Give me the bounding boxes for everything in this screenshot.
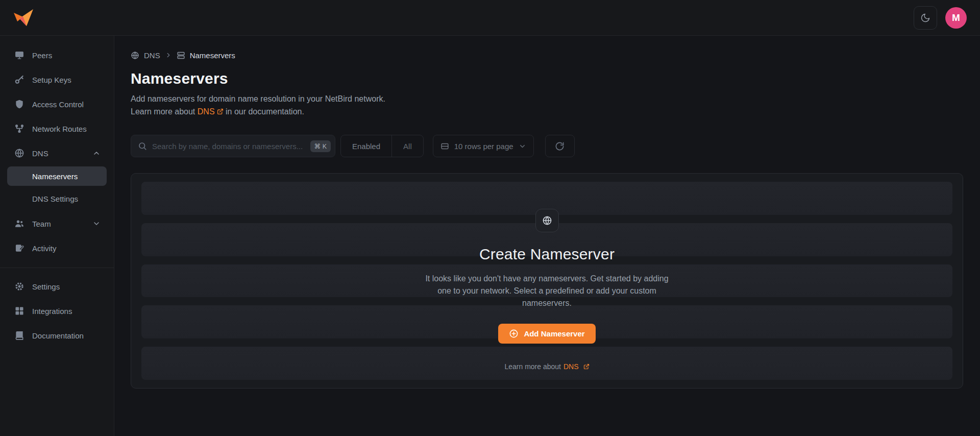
chevron-right-icon <box>165 52 172 59</box>
topbar-actions: M <box>914 6 967 30</box>
sidebar-item-label: Peers <box>32 51 52 60</box>
external-link-icon <box>583 364 590 370</box>
sidebar-item-label: DNS Settings <box>32 195 78 203</box>
sidebar-item-nameservers[interactable]: Nameservers <box>7 166 107 186</box>
netbird-logo-icon[interactable] <box>13 9 34 27</box>
sidebar-item-label: Access Control <box>32 100 84 109</box>
grid-icon <box>14 306 24 316</box>
network-routes-icon <box>14 124 24 134</box>
refresh-button[interactable] <box>545 135 575 157</box>
activity-log-icon <box>14 243 24 253</box>
page-description-text: Add nameservers for domain name resoluti… <box>131 94 385 103</box>
search-input[interactable] <box>152 142 305 151</box>
empty-state-description: It looks like you don't have any nameser… <box>425 273 670 309</box>
globe-icon <box>542 215 552 226</box>
sidebar-item-label: Nameservers <box>32 172 78 181</box>
dark-mode-toggle-button[interactable] <box>914 6 937 30</box>
sidebar-item-settings[interactable]: Settings <box>7 274 107 299</box>
key-icon <box>14 75 24 85</box>
breadcrumb: DNS Nameservers <box>131 49 963 61</box>
footer-learn-prefix: Learn more about <box>504 362 561 371</box>
globe-icon <box>14 148 24 158</box>
sidebar-item-peers[interactable]: Peers <box>7 43 107 67</box>
sidebar-item-setup-keys[interactable]: Setup Keys <box>7 67 107 92</box>
sidebar-item-integrations[interactable]: Integrations <box>7 299 107 323</box>
empty-state-title: Create Nameserver <box>479 246 615 263</box>
sidebar-item-team[interactable]: Team <box>7 211 107 236</box>
external-link-icon <box>217 108 224 115</box>
shield-icon <box>14 99 24 109</box>
main-content: DNS Nameservers Nameservers Add nameserv… <box>114 36 980 436</box>
avatar[interactable]: M <box>945 7 967 29</box>
sidebar-item-label: DNS <box>32 149 48 158</box>
page-title: Nameservers <box>131 70 963 87</box>
sidebar: Peers Setup Keys Access Control <box>0 36 114 436</box>
empty-state-footer: Learn more about DNS <box>504 362 589 371</box>
chevron-up-icon[interactable] <box>92 149 101 157</box>
nameservers-empty-card: Create Nameserver It looks like you don'… <box>131 173 963 389</box>
sidebar-item-dns-settings[interactable]: DNS Settings <box>7 189 107 208</box>
table-rows-icon <box>440 142 449 151</box>
filter-all-button[interactable]: All <box>392 135 423 157</box>
chevron-down-icon <box>519 142 526 150</box>
sidebar-item-access-control[interactable]: Access Control <box>7 92 107 116</box>
dns-docs-link[interactable]: DNS <box>198 107 215 116</box>
filter-segmented-control: Enabled All <box>340 135 424 157</box>
dns-docs-link[interactable]: DNS <box>564 362 579 371</box>
refresh-icon <box>555 141 565 151</box>
nameserver-globe-badge <box>535 209 559 232</box>
add-nameserver-label: Add Nameserver <box>524 329 584 338</box>
add-nameserver-button[interactable]: Add Nameserver <box>498 324 595 344</box>
monitor-icon <box>14 50 24 60</box>
sidebar-item-activity[interactable]: Activity <box>7 236 107 260</box>
book-icon <box>14 330 24 341</box>
server-icon <box>177 51 185 60</box>
filter-enabled-button[interactable]: Enabled <box>341 135 392 157</box>
sidebar-item-network-routes[interactable]: Network Routes <box>7 116 107 141</box>
sidebar-item-label: Settings <box>32 282 60 291</box>
topbar: M <box>0 0 980 36</box>
sidebar-item-dns[interactable]: DNS <box>7 141 107 165</box>
learn-more-prefix: Learn more about <box>131 107 195 116</box>
globe-icon <box>131 51 139 60</box>
sidebar-item-label: Setup Keys <box>32 76 71 84</box>
empty-state: Create Nameserver It looks like you don'… <box>131 174 963 388</box>
sidebar-item-documentation[interactable]: Documentation <box>7 323 107 348</box>
toolbar: ⌘ K Enabled All 10 rows per page <box>131 135 963 157</box>
chevron-down-icon[interactable] <box>92 220 101 228</box>
sidebar-item-label: Activity <box>32 244 57 253</box>
breadcrumb-current: Nameservers <box>190 51 235 60</box>
page-description: Add nameservers for domain name resoluti… <box>131 92 963 118</box>
sidebar-item-label: Documentation <box>32 331 84 340</box>
rows-per-page-label: 10 rows per page <box>454 142 513 151</box>
sidebar-item-label: Network Routes <box>32 125 87 133</box>
search-box[interactable]: ⌘ K <box>131 135 335 157</box>
sidebar-item-label: Integrations <box>32 307 72 316</box>
moon-icon <box>920 13 930 23</box>
avatar-initial: M <box>952 12 960 23</box>
search-icon <box>138 141 147 151</box>
keyboard-shortcut-badge: ⌘ K <box>310 140 331 152</box>
users-icon <box>14 219 24 229</box>
sidebar-item-label: Team <box>32 220 51 228</box>
breadcrumb-section[interactable]: DNS <box>144 51 160 60</box>
rows-per-page-dropdown[interactable]: 10 rows per page <box>433 135 534 157</box>
learn-more-suffix: in our documentation. <box>226 107 304 116</box>
sidebar-divider <box>0 268 114 268</box>
plus-circle-icon <box>509 329 519 338</box>
gear-icon <box>14 281 24 292</box>
dns-submenu: Nameservers DNS Settings <box>7 166 107 208</box>
